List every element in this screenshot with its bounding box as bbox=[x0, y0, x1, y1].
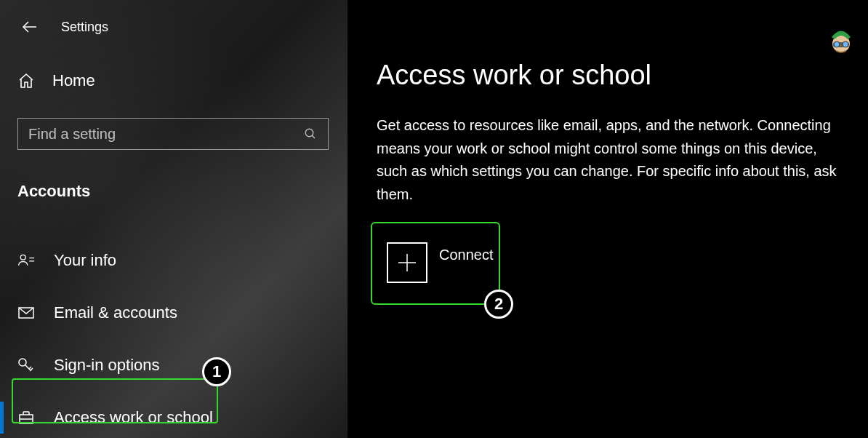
search-input[interactable] bbox=[28, 126, 303, 143]
header-row: Settings bbox=[0, 0, 347, 36]
search-box[interactable] bbox=[17, 118, 329, 150]
page-description: Get access to resources like email, apps… bbox=[377, 114, 839, 206]
svg-point-3 bbox=[20, 255, 25, 260]
svg-point-13 bbox=[843, 41, 848, 47]
sidebar-item-home[interactable]: Home bbox=[0, 36, 347, 90]
connect-button[interactable]: Connect bbox=[377, 234, 504, 292]
sidebar-item-access-work-school[interactable]: Access work or school bbox=[0, 391, 347, 438]
mascot-icon bbox=[826, 23, 856, 54]
nav-label: Access work or school bbox=[54, 408, 213, 427]
home-icon bbox=[17, 72, 35, 89]
main-content: Access work or school Get access to reso… bbox=[347, 0, 868, 438]
connect-label: Connect bbox=[439, 247, 494, 263]
back-button[interactable] bbox=[20, 17, 39, 36]
nav-label: Your info bbox=[54, 251, 116, 270]
nav-label: Sign-in options bbox=[54, 356, 160, 375]
home-label: Home bbox=[52, 71, 95, 90]
back-arrow-icon bbox=[21, 18, 39, 36]
nav-label: Email & accounts bbox=[54, 303, 177, 322]
nav-list: Your info Email & accounts Sign-in optio… bbox=[0, 234, 347, 438]
mail-icon bbox=[17, 304, 35, 322]
annotation-badge-1: 1 bbox=[202, 357, 231, 386]
person-icon bbox=[17, 252, 35, 269]
category-label: Accounts bbox=[0, 150, 347, 201]
plus-icon bbox=[387, 242, 427, 283]
search-icon bbox=[303, 127, 318, 141]
sidebar-item-your-info[interactable]: Your info bbox=[0, 234, 347, 287]
svg-point-12 bbox=[834, 41, 840, 47]
sidebar-item-signin-options[interactable]: Sign-in options bbox=[0, 339, 347, 391]
annotation-badge-2: 2 bbox=[484, 290, 513, 319]
svg-point-1 bbox=[305, 129, 313, 137]
sidebar: Settings Home Accounts bbox=[0, 0, 347, 438]
key-icon bbox=[17, 357, 35, 374]
settings-title: Settings bbox=[61, 20, 108, 35]
briefcase-icon bbox=[17, 409, 35, 426]
page-title: Access work or school bbox=[377, 60, 839, 91]
sidebar-item-email-accounts[interactable]: Email & accounts bbox=[0, 287, 347, 339]
svg-line-2 bbox=[312, 135, 315, 138]
